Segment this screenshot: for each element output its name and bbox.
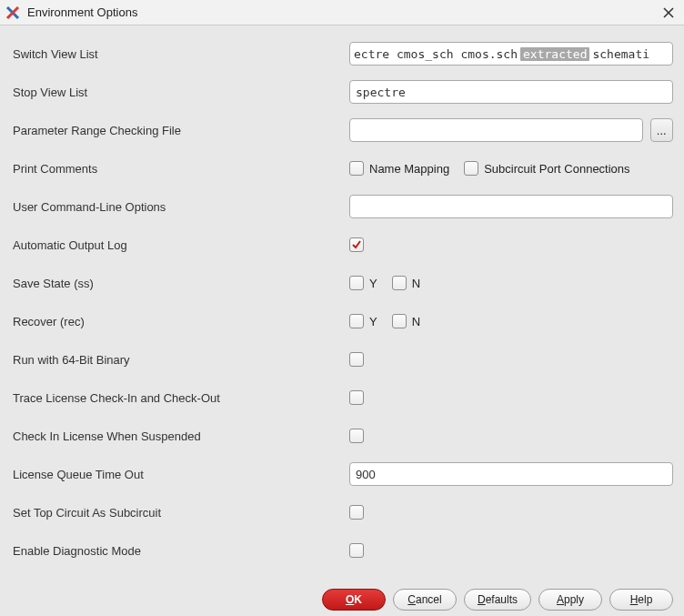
top-circuit-checkbox[interactable] bbox=[349, 505, 364, 520]
subcircuit-port-label: Subcircuit Port Connections bbox=[484, 162, 629, 176]
name-mapping-label: Name Mapping bbox=[369, 162, 449, 176]
recover-n-checkbox[interactable] bbox=[392, 314, 407, 328]
trace-license-checkbox[interactable] bbox=[349, 390, 364, 405]
stop-view-list-label: Stop View List bbox=[13, 86, 349, 99]
recover-y-label: Y bbox=[369, 315, 377, 328]
stop-view-list-input[interactable] bbox=[349, 80, 673, 104]
defaults-button-label: Defaults bbox=[478, 593, 518, 606]
param-range-input[interactable] bbox=[349, 118, 643, 142]
auto-log-label: Automatic Output Log bbox=[13, 238, 349, 252]
switch-view-list-pre: ectre cmos_sch cmos.sch bbox=[354, 47, 518, 61]
help-button-label: Help bbox=[630, 593, 653, 606]
switch-view-list-input[interactable]: ectre cmos_sch cmos.sch extracted schema… bbox=[349, 42, 673, 66]
save-state-y-checkbox[interactable] bbox=[349, 276, 364, 290]
save-state-n-label: N bbox=[412, 277, 420, 290]
auto-log-checkbox[interactable] bbox=[349, 237, 364, 252]
diagnostic-checkbox[interactable] bbox=[349, 543, 364, 558]
print-comments-label: Print Comments bbox=[13, 162, 349, 176]
save-state-n-checkbox[interactable] bbox=[392, 276, 407, 290]
trace-license-label: Trace License Check-In and Check-Out bbox=[13, 391, 349, 405]
run-64-label: Run with 64-Bit Binary bbox=[13, 353, 349, 367]
ok-button[interactable]: OK bbox=[322, 589, 386, 611]
app-icon bbox=[5, 5, 20, 20]
user-cmd-label: User Command-Line Options bbox=[13, 200, 349, 214]
switch-view-list-post: schemati bbox=[592, 47, 649, 61]
switch-view-list-highlight: extracted bbox=[520, 47, 589, 61]
button-bar: OK Cancel Defaults Apply Help bbox=[322, 589, 673, 611]
param-range-browse-button[interactable]: ... bbox=[650, 118, 673, 142]
switch-view-list-label: Switch View List bbox=[13, 47, 349, 61]
save-state-y-label: Y bbox=[369, 277, 377, 290]
checkin-suspended-checkbox[interactable] bbox=[349, 429, 364, 443]
checkin-suspended-label: Check In License When Suspended bbox=[13, 429, 349, 443]
apply-button[interactable]: Apply bbox=[538, 589, 602, 611]
ellipsis-icon: ... bbox=[657, 124, 667, 137]
run-64-checkbox[interactable] bbox=[349, 352, 364, 367]
recover-n-label: N bbox=[412, 315, 420, 328]
cancel-button[interactable]: Cancel bbox=[393, 589, 457, 611]
save-state-label: Save State (ss) bbox=[13, 277, 349, 290]
cancel-button-label: Cancel bbox=[407, 593, 441, 606]
help-button[interactable]: Help bbox=[609, 589, 673, 611]
license-queue-label: License Queue Time Out bbox=[13, 468, 349, 481]
top-circuit-label: Set Top Circuit As Subcircuit bbox=[13, 506, 349, 520]
titlebar: Environment Options bbox=[0, 0, 684, 25]
license-queue-input[interactable] bbox=[349, 462, 673, 486]
apply-button-label: Apply bbox=[557, 593, 584, 606]
dialog-content: Switch View List ectre cmos_sch cmos.sch… bbox=[0, 25, 684, 570]
param-range-label: Parameter Range Checking File bbox=[13, 124, 349, 137]
name-mapping-checkbox[interactable] bbox=[349, 161, 364, 176]
diagnostic-label: Enable Diagnostic Mode bbox=[13, 544, 349, 558]
recover-label: Recover (rec) bbox=[13, 315, 349, 328]
defaults-button[interactable]: Defaults bbox=[464, 589, 531, 611]
ok-button-label: OK bbox=[346, 593, 362, 606]
recover-y-checkbox[interactable] bbox=[349, 314, 364, 328]
user-cmd-input[interactable] bbox=[349, 195, 673, 218]
subcircuit-port-checkbox[interactable] bbox=[464, 161, 478, 176]
close-icon[interactable] bbox=[659, 3, 679, 23]
window-title: Environment Options bbox=[27, 5, 659, 19]
